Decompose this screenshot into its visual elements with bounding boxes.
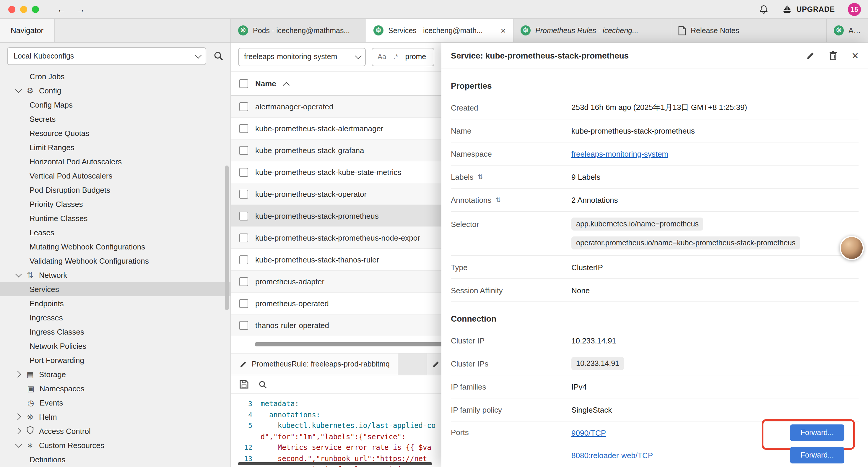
search-input[interactable]: Aa .* prome	[372, 48, 434, 66]
row-checkbox[interactable]	[239, 102, 248, 111]
sidebar-item-custom-resources[interactable]: ∗ Custom Resources	[0, 438, 230, 452]
notifications-bell-icon[interactable]	[758, 4, 769, 14]
upgrade-button[interactable]: UPGRADE	[781, 4, 835, 14]
sidebar-item-ingresses[interactable]: Ingresses	[0, 310, 230, 324]
sidebar-item-horizontal-pod-autoscalers[interactable]: Horizontal Pod Autoscalers	[0, 154, 230, 169]
sidebar-item-resource-quotas[interactable]: Resource Quotas	[0, 126, 230, 140]
port-forward-button[interactable]: Forward...	[790, 425, 844, 441]
row-checkbox[interactable]	[239, 299, 248, 308]
search-icon[interactable]	[258, 380, 267, 389]
row-checkbox[interactable]	[239, 233, 248, 242]
expand-labels-icon[interactable]: ⇅	[478, 173, 483, 181]
dock-tab-prometheusrule[interactable]: PrometheusRule: freeleaps-prod-rabbitmq	[231, 353, 399, 375]
row-checkbox[interactable]	[239, 189, 248, 198]
list-toolbar: freeleaps-monitoring-system Aa .* prome	[231, 42, 441, 71]
notification-count-badge[interactable]: 15	[848, 3, 861, 16]
forward-button[interactable]: →	[75, 4, 85, 14]
sidebar-item-pod-disruption-budgets[interactable]: Pod Disruption Budgets	[0, 183, 230, 197]
tab-pods[interactable]: ☸ Pods - icecheng@mathmas...	[231, 19, 366, 42]
window-minimize-button[interactable]	[20, 6, 27, 13]
sidebar-item-mutating-webhook-configurations[interactable]: Mutating Webhook Configurations	[0, 239, 230, 254]
row-checkbox[interactable]	[239, 321, 248, 329]
namespace-select[interactable]: freeleaps-monitoring-system	[238, 48, 366, 66]
tab-release-notes[interactable]: Release Notes	[671, 19, 827, 42]
table-row-selected[interactable]: kube-prometheus-stack-prometheus	[231, 205, 441, 227]
sidebar-item-access-control[interactable]: Access Control	[0, 424, 230, 438]
row-checkbox[interactable]	[239, 146, 248, 154]
table-row[interactable]: kube-prometheus-stack-grafana	[231, 140, 441, 162]
chevron-down-icon	[16, 441, 22, 448]
port-link-9090[interactable]: 9090/TCP	[571, 428, 606, 437]
back-button[interactable]: ←	[57, 4, 66, 14]
sidebar-item-leases[interactable]: Leases	[0, 225, 230, 239]
row-checkbox[interactable]	[239, 211, 248, 220]
sidebar-item-validating-webhook-configurations[interactable]: Validating Webhook Configurations	[0, 254, 230, 268]
namespace-link[interactable]: freeleaps-monitoring-system	[571, 149, 668, 158]
sidebar-item-secrets[interactable]: Secrets	[0, 112, 230, 126]
sidebar-item-runtime-classes[interactable]: Runtime Classes	[0, 211, 230, 225]
sidebar-item-endpoints[interactable]: Endpoints	[0, 296, 230, 310]
table-row[interactable]: kube-prometheus-stack-prometheus-node-ex…	[231, 227, 441, 249]
port-link-8080-reloader-web[interactable]: 8080:reloader-web/TCP	[571, 451, 653, 460]
sidebar-item-storage[interactable]: ▤ Storage	[0, 367, 230, 381]
delete-trash-icon[interactable]	[829, 51, 838, 60]
table-row[interactable]: prometheus-adapter	[231, 271, 441, 293]
editor-toolbar	[231, 375, 441, 394]
expand-annotations-icon[interactable]: ⇅	[495, 196, 501, 204]
regex-toggle[interactable]: .*	[393, 53, 398, 61]
sort-ascending-icon[interactable]	[283, 82, 290, 89]
table-row[interactable]: prometheus-operated	[231, 293, 441, 315]
sidebar-scrollbar[interactable]	[225, 166, 229, 310]
sidebar-item-network-policies[interactable]: Network Policies	[0, 339, 230, 353]
sidebar-item-helm[interactable]: ☸ Helm	[0, 410, 230, 424]
sidebar-item-priority-classes[interactable]: Priority Classes	[0, 197, 230, 211]
close-drawer-icon[interactable]: ×	[852, 50, 859, 61]
search-icon[interactable]	[213, 51, 223, 61]
code-line: metadata:	[260, 400, 299, 408]
edit-icon[interactable]	[806, 51, 815, 60]
name-column-header[interactable]: Name	[255, 79, 276, 88]
sidebar-item-limit-ranges[interactable]: Limit Ranges	[0, 140, 230, 154]
row-checkbox[interactable]	[239, 255, 248, 264]
sidebar-item-definitions[interactable]: Definitions	[0, 452, 230, 466]
sidebar-item-services[interactable]: Services	[0, 282, 230, 296]
kubeconfig-select[interactable]: Local Kubeconfigs	[7, 47, 206, 65]
sidebar-item-ingress-classes[interactable]: Ingress Classes	[0, 324, 230, 339]
window-close-button[interactable]	[8, 6, 16, 13]
tab-services[interactable]: ☸ Services - icecheng@math... ×	[366, 19, 514, 42]
sidebar-item-cron-jobs[interactable]: Cron Jobs	[0, 69, 230, 83]
navigator-pane-tab[interactable]: Navigator	[0, 19, 55, 42]
sidebar-item-port-forwarding[interactable]: Port Forwarding	[0, 353, 230, 367]
port-forward-button[interactable]: Forward...	[790, 447, 844, 463]
table-row[interactable]: kube-prometheus-stack-thanos-ruler	[231, 249, 441, 271]
close-tab-icon[interactable]: ×	[497, 25, 506, 35]
tab-prometheus-rules[interactable]: ☸ Prometheus Rules - icecheng...	[514, 19, 671, 42]
sidebar-item-events[interactable]: ◷ Events	[0, 396, 230, 410]
table-row[interactable]: thanos-ruler-operated	[231, 315, 441, 337]
property-row-type: Type ClusterIP	[451, 256, 859, 279]
row-checkbox[interactable]	[239, 168, 248, 176]
sidebar-item-config-maps[interactable]: Config Maps	[0, 97, 230, 112]
avatar[interactable]	[840, 236, 864, 260]
row-checkbox[interactable]	[239, 124, 248, 133]
table-row[interactable]: alertmanager-operated	[231, 96, 441, 118]
sidebar-item-vertical-pod-autoscalers[interactable]: Vertical Pod Autoscalers	[0, 169, 230, 183]
sidebar-item-config[interactable]: ⚙ Config	[0, 83, 230, 97]
yaml-editor[interactable]: 3metadata: 4 annotations: 5 kubectl.kube…	[231, 394, 441, 467]
tab-argo[interactable]: ☸ Argo S...	[827, 19, 868, 42]
save-icon[interactable]	[239, 380, 249, 389]
horizontal-scrollbar[interactable]	[255, 342, 441, 346]
dock-tab-partial[interactable]	[427, 353, 441, 375]
select-all-checkbox[interactable]	[239, 79, 248, 88]
editor-horizontal-scrollbar[interactable]	[238, 462, 432, 465]
table-row[interactable]: kube-prometheus-stack-kube-state-metrics	[231, 162, 441, 183]
table-row[interactable]: kube-prometheus-stack-alertmanager	[231, 118, 441, 140]
window-zoom-button[interactable]	[32, 6, 39, 13]
match-case-toggle[interactable]: Aa	[378, 53, 386, 61]
sidebar-item-namespaces[interactable]: ▣ Namespaces	[0, 381, 230, 396]
table-row[interactable]: kube-prometheus-stack-operator	[231, 183, 441, 205]
row-checkbox[interactable]	[239, 277, 248, 286]
titlebar-right: UPGRADE 15	[758, 3, 861, 16]
sidebar-item-network[interactable]: ⇅ Network	[0, 268, 230, 282]
code-line: second.","runbook_url":"https://net	[260, 455, 427, 463]
